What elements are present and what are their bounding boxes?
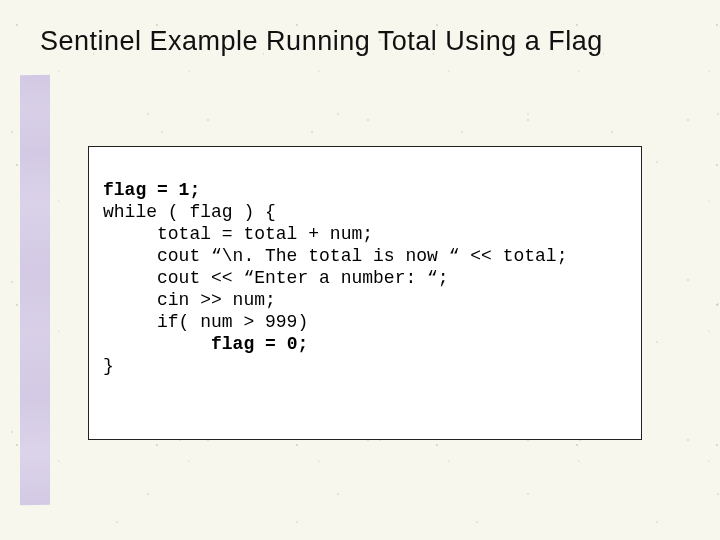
slide-title: Sentinel Example Running Total Using a F… xyxy=(40,26,603,57)
code-line-8: flag = 0; xyxy=(103,333,308,355)
code-line-2: while ( flag ) { xyxy=(103,202,276,222)
code-line-9: } xyxy=(103,356,114,376)
code-line-1: flag = 1; xyxy=(103,180,200,200)
code-line-4: cout “\n. The total is now “ << total; xyxy=(103,245,567,267)
code-line-5: cout << “Enter a number: “; xyxy=(103,267,449,289)
code-line-3: total = total + num; xyxy=(103,223,373,245)
code-line-6: cin >> num; xyxy=(103,289,276,311)
code-block: flag = 1; while ( flag ) { total = total… xyxy=(103,157,627,399)
code-line-7: if( num > 999) xyxy=(103,311,308,333)
decorative-sidebar-stripe xyxy=(20,75,50,505)
code-example-box: flag = 1; while ( flag ) { total = total… xyxy=(88,146,642,440)
